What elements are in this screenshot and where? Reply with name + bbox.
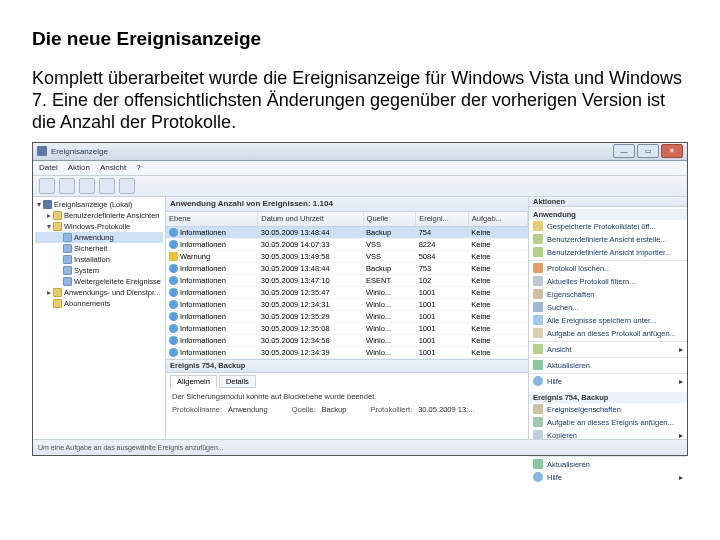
action-item[interactable]: Ereigniseigenschaften <box>529 403 687 416</box>
tree-label: Windows-Protokolle <box>64 222 130 231</box>
help-icon[interactable] <box>119 178 135 194</box>
menu-ansicht[interactable]: Ansicht <box>100 163 126 172</box>
menu-help[interactable]: ? <box>136 163 140 172</box>
tree-item[interactable]: ▾Windows-Protokolle <box>35 221 163 232</box>
detail-header: Ereignis 754, Backup <box>166 360 528 373</box>
action-item[interactable]: Eigenschaften <box>529 288 687 301</box>
scope-tree[interactable]: ▾Ereignisanzeige (Lokal)▸Benutzerdefinie… <box>33 197 166 442</box>
refresh-icon[interactable] <box>99 178 115 194</box>
log-icon <box>63 244 72 253</box>
tree-label: Weitergeleitete Ereignisse <box>74 277 161 286</box>
action-item[interactable]: Protokoll löschen... <box>529 262 687 275</box>
tree-item[interactable]: System <box>35 265 163 276</box>
action-label: Ereigniseigenschaften <box>547 405 621 414</box>
open-icon <box>533 221 543 231</box>
tree-item[interactable]: ▸Benutzerdefinierte Ansichten <box>35 210 163 221</box>
table-row[interactable]: Informationen30.05.2009 13:48:44Backup75… <box>166 226 528 238</box>
action-item[interactable]: Ansicht <box>529 343 687 356</box>
menu-aktion[interactable]: Aktion <box>68 163 90 172</box>
action-label: Aktuelles Protokoll filtern... <box>547 277 635 286</box>
events-grid[interactable]: EbeneDatum und UhrzeitQuelleEreigni...Au… <box>166 212 528 359</box>
table-row[interactable]: Informationen30.05.2009 12:35:29Winlo...… <box>166 310 528 322</box>
info-icon <box>169 324 178 333</box>
action-item[interactable]: Aktuelles Protokoll filtern... <box>529 275 687 288</box>
tab-details[interactable]: Details <box>219 375 256 388</box>
table-row[interactable]: Informationen30.05.2009 13:48:44Backup75… <box>166 262 528 274</box>
action-label: Hilfe <box>547 377 562 386</box>
tab-allgemein[interactable]: Allgemein <box>170 375 217 388</box>
grid-header-row: EbeneDatum und UhrzeitQuelleEreigni...Au… <box>166 212 528 227</box>
tree-item[interactable]: ▾Ereignisanzeige (Lokal) <box>35 199 163 210</box>
results-pane: Anwendung Anzahl von Ereignissen: 1.104 … <box>166 197 529 442</box>
tree-item[interactable]: ▸Anwendungs- und Dienstpr... <box>35 287 163 298</box>
tree-item[interactable]: Sicherheit <box>35 243 163 254</box>
action-label: Protokoll löschen... <box>547 264 610 273</box>
action-item[interactable]: Alle Ereignisse speichern unter... <box>529 314 687 327</box>
action-item[interactable]: Hilfe <box>529 375 687 388</box>
column-header[interactable]: Quelle <box>363 212 416 227</box>
back-icon[interactable] <box>39 178 55 194</box>
table-row[interactable]: Warnung30.05.2009 13:49:58VSS5084Keine <box>166 250 528 262</box>
action-item[interactable]: Hilfe <box>529 471 687 484</box>
help-icon <box>533 376 543 386</box>
action-item[interactable]: Aktualisieren <box>529 458 687 471</box>
detail-message: Der Sicherungsmodul konnte auf Blockeben… <box>172 392 522 401</box>
detail-value: Backup <box>321 405 346 414</box>
event-viewer-window: Ereignisanzeige — ▭ ✕ Datei Aktion Ansic… <box>32 142 688 456</box>
action-item[interactable]: Aufgabe an dieses Protokoll anfügen... <box>529 327 687 340</box>
info-icon <box>169 348 178 357</box>
page-body: Komplett überarbeitet wurde die Ereignis… <box>32 68 688 134</box>
column-header[interactable]: Datum und Uhrzeit <box>258 212 363 227</box>
task-icon <box>533 328 543 338</box>
statusbar: Um eine Aufgabe an das ausgewählte Ereig… <box>33 439 687 455</box>
action-item[interactable]: Aufgabe an dieses Ereignis anfügen... <box>529 416 687 429</box>
tree-label: System <box>74 266 99 275</box>
tree-label: Anwendungs- und Dienstpr... <box>64 288 160 297</box>
action-item[interactable]: Benutzerdefinierte Ansicht erstelle... <box>529 233 687 246</box>
action-item[interactable]: Gespeicherte Protokolldatei öff... <box>529 220 687 233</box>
actions-group2-title: Ereignis 754, Backup <box>529 392 687 403</box>
view-icon <box>533 234 543 244</box>
tree-label: Sicherheit <box>74 244 107 253</box>
action-label: Ansicht <box>547 345 572 354</box>
actions-pane: Aktionen Anwendung Gespeicherte Protokol… <box>529 197 687 442</box>
close-button[interactable]: ✕ <box>661 144 683 158</box>
table-row[interactable]: Informationen30.05.2009 12:34:58Winlo...… <box>166 334 528 346</box>
filter-icon <box>533 276 543 286</box>
table-row[interactable]: Informationen30.05.2009 12:34:39Winlo...… <box>166 346 528 358</box>
view-icon <box>533 247 543 257</box>
table-row[interactable]: Informationen30.05.2009 12:34:31Winlo...… <box>166 298 528 310</box>
tree-item[interactable]: Anwendung <box>35 232 163 243</box>
refresh-icon <box>533 459 543 469</box>
table-row[interactable]: Informationen30.05.2009 12:35:08Winlo...… <box>166 322 528 334</box>
help-icon <box>533 472 543 482</box>
tree-item[interactable]: Abonnements <box>35 298 163 309</box>
forward-icon[interactable] <box>59 178 75 194</box>
column-header[interactable]: Aufgab... <box>468 212 527 227</box>
table-row[interactable]: Informationen30.05.2009 12:35:47Winlo...… <box>166 286 528 298</box>
action-label: Aktualisieren <box>547 460 590 469</box>
log-icon <box>63 266 72 275</box>
action-item[interactable]: Aktualisieren <box>529 359 687 372</box>
action-label: Eigenschaften <box>547 290 595 299</box>
titlebar: Ereignisanzeige — ▭ ✕ <box>33 143 687 161</box>
action-item[interactable]: Suchen... <box>529 301 687 314</box>
action-label: Alle Ereignisse speichern unter... <box>547 316 656 325</box>
minimize-button[interactable]: — <box>613 144 635 158</box>
tree-label: Anwendung <box>74 233 114 242</box>
column-header[interactable]: Ebene <box>166 212 258 227</box>
home-icon[interactable] <box>79 178 95 194</box>
action-item[interactable]: Benutzerdefinierte Ansicht importier... <box>529 246 687 259</box>
tree-item[interactable]: Weitergeleitete Ereignisse <box>35 276 163 287</box>
tree-item[interactable]: Installation <box>35 254 163 265</box>
menu-datei[interactable]: Datei <box>39 163 58 172</box>
folder-icon <box>53 299 62 308</box>
folder-icon <box>53 211 62 220</box>
detail-key: Protokolliert: <box>370 405 412 414</box>
maximize-button[interactable]: ▭ <box>637 144 659 158</box>
root-icon <box>43 200 52 209</box>
table-row[interactable]: Informationen30.05.2009 13:47:10ESENT102… <box>166 274 528 286</box>
column-header[interactable]: Ereigni... <box>416 212 469 227</box>
table-row[interactable]: Informationen30.05.2009 14:07:33VSS8224K… <box>166 238 528 250</box>
view-icon <box>533 344 543 354</box>
